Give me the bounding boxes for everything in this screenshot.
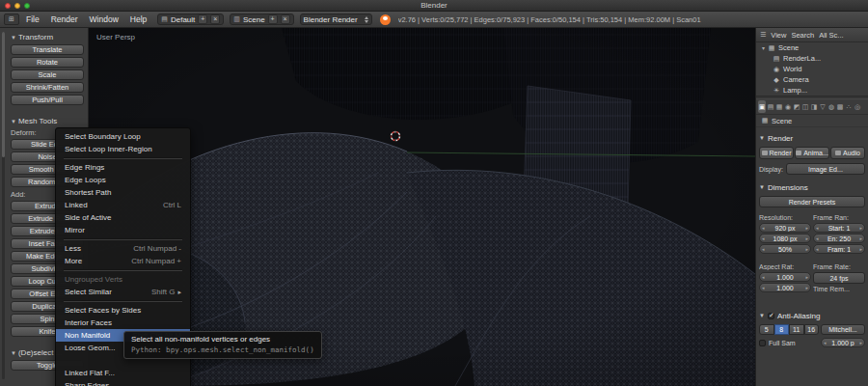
menu-item-label: Select Loop Inner-Region: [65, 145, 152, 153]
aa-filter-dropdown[interactable]: Mitchell...: [821, 324, 865, 335]
dropdown-value: 24 fps: [829, 275, 848, 282]
button-label: Audio: [843, 150, 860, 156]
aa-samples-11-button[interactable]: 11: [789, 324, 804, 335]
outliner-item-renderlayers[interactable]: ▤ RenderLa...: [756, 53, 868, 64]
render-animation-button[interactable]: Anima...: [795, 147, 829, 159]
frame-step-field[interactable]: Fram: 1: [813, 244, 865, 254]
outliner-item-camera[interactable]: ◆ Camera: [756, 74, 868, 85]
aa-samples-5-button[interactable]: 5: [759, 324, 774, 335]
menu-item-label: Select Boundary Loop: [65, 132, 141, 141]
frame-end-field[interactable]: En: 250: [813, 234, 865, 243]
menu-item-linked-flat-faces[interactable]: Linked Flat F...: [56, 367, 190, 379]
menu-item-edge-loops[interactable]: Edge Loops: [56, 174, 190, 186]
delete-scene-button[interactable]: ×: [281, 14, 290, 24]
menu-render[interactable]: Render: [46, 14, 83, 24]
menu-item-interior-faces[interactable]: Interior Faces: [56, 317, 190, 329]
outliner-display-mode[interactable]: All Sc...: [819, 31, 843, 40]
rotate-button[interactable]: Rotate: [11, 57, 84, 68]
display-mode-dropdown[interactable]: Image Ed...: [786, 163, 865, 175]
panel-header-dimensions[interactable]: ▼Dimensions: [759, 181, 865, 193]
outliner-menu-search[interactable]: Search: [791, 31, 814, 40]
minimize-button[interactable]: [14, 3, 20, 9]
layout-selector[interactable]: ▤ Default + ×: [157, 14, 224, 25]
menu-help[interactable]: Help: [125, 14, 151, 24]
panel-title: Dimensions: [768, 183, 808, 192]
panel-header-mesh-tools[interactable]: ▼Mesh Tools: [11, 117, 84, 125]
outliner-item-lamp[interactable]: ☀ Lamp...: [756, 85, 868, 96]
menu-separator: [64, 269, 182, 271]
menu-item-select-boundary-loop[interactable]: Select Boundary Loop: [56, 130, 190, 143]
properties-tab-material-icon[interactable]: ◍: [827, 100, 835, 113]
properties-tab-object-icon[interactable]: ◩: [793, 100, 800, 113]
menu-file[interactable]: File: [21, 14, 44, 24]
properties-tab-render-layers-icon[interactable]: ▤: [767, 100, 774, 113]
menu-item-label: Mirror: [65, 226, 85, 234]
panel-title: Mesh Tools: [18, 117, 57, 125]
render-button[interactable]: Render: [759, 147, 794, 159]
shrink-fatten-button[interactable]: Shrink/Fatten: [11, 82, 84, 93]
aspect-y-field[interactable]: 1.000: [759, 283, 811, 292]
resolution-percentage-field[interactable]: 50%: [759, 244, 811, 254]
expand-icon[interactable]: ▾: [762, 44, 765, 51]
add-layout-button[interactable]: +: [198, 14, 207, 24]
panel-header-render[interactable]: ▼Render: [759, 132, 865, 144]
menu-item-sharp-edges[interactable]: Sharp Edges: [56, 379, 190, 386]
add-scene-button[interactable]: +: [268, 14, 278, 24]
fps-dropdown[interactable]: 24 fps: [813, 272, 865, 284]
render-presets-dropdown[interactable]: Render Presets: [759, 196, 865, 207]
render-audio-button[interactable]: Audio: [830, 147, 865, 159]
full-sample-checkbox[interactable]: [759, 340, 766, 346]
delete-layout-button[interactable]: ×: [210, 14, 220, 24]
properties-tab-physics-icon[interactable]: ◎: [854, 100, 861, 113]
panel-header-transform[interactable]: ▼Transform: [11, 33, 84, 41]
properties-tab-data-icon[interactable]: ▽: [819, 100, 827, 113]
aspect-x-field[interactable]: 1.000: [759, 272, 811, 282]
close-button[interactable]: [5, 3, 11, 9]
panel-title: Anti-Aliasing: [777, 312, 820, 320]
menu-window[interactable]: Window: [85, 14, 123, 24]
properties-tab-scene-icon[interactable]: ▦: [775, 100, 783, 113]
render-engine-selector[interactable]: Blender Render: [300, 14, 372, 25]
menu-item-less[interactable]: LessCtrl Numpad -: [56, 242, 190, 255]
outliner-editor-icon[interactable]: ☰: [760, 31, 766, 39]
properties-tabs: ▣ ▤ ▦ ◉ ◩ ◫ ◨ ▽ ◍ ▩ ∴ ◎: [756, 99, 868, 115]
properties-tab-particles-icon[interactable]: ∴: [845, 100, 853, 113]
tooltip: Select all non-manifold vertices or edge…: [123, 331, 322, 359]
properties-tab-render-icon[interactable]: ▣: [758, 100, 766, 113]
menu-item-mirror[interactable]: Mirror: [56, 224, 190, 236]
scale-button[interactable]: Scale: [11, 69, 84, 80]
menu-item-select-loop-inner-region[interactable]: Select Loop Inner-Region: [56, 143, 190, 155]
properties-tab-constraints-icon[interactable]: ◫: [801, 100, 809, 113]
properties-tab-world-icon[interactable]: ◉: [784, 100, 792, 113]
panel-header-anti-aliasing[interactable]: ▼ Anti-Aliasing: [759, 310, 865, 321]
editor-type-icon[interactable]: ⊞: [4, 14, 19, 25]
tool-shelf-scrollbar[interactable]: [2, 32, 5, 379]
properties-tab-texture-icon[interactable]: ▩: [836, 100, 844, 113]
anti-aliasing-checkbox[interactable]: [768, 313, 774, 319]
menu-item-select-faces-by-sides[interactable]: Select Faces by Sides: [56, 304, 190, 317]
outliner-item-world[interactable]: ◉ World: [756, 64, 868, 74]
menu-item-select-similar[interactable]: Select SimilarShift G▸: [56, 286, 190, 298]
aa-samples-16-button[interactable]: 16: [804, 324, 820, 335]
push-pull-button[interactable]: Push/Pull: [11, 95, 84, 105]
properties-tab-modifiers-icon[interactable]: ◨: [810, 100, 818, 113]
outliner-item-scene[interactable]: ▾ ▦ Scene: [756, 42, 868, 53]
zoom-button[interactable]: [24, 3, 30, 9]
menu-item-shortcut: Ctrl Numpad -: [125, 244, 181, 253]
frame-start-field[interactable]: Start: 1: [813, 223, 865, 233]
browse-layout-icon: ▤: [161, 15, 168, 23]
menu-item-label: Loose Geom...: [65, 344, 115, 352]
filter-size-field[interactable]: 1.000 p: [821, 338, 865, 347]
resolution-x-field[interactable]: 920 px: [759, 223, 811, 233]
scene-selector[interactable]: ▥ Scene + ×: [230, 14, 293, 25]
menu-item-side-of-active[interactable]: Side of Active: [56, 211, 190, 224]
time-remapping-label: Time Rem...: [813, 286, 865, 292]
menu-item-more[interactable]: MoreCtrl Numpad +: [56, 255, 190, 267]
resolution-y-field[interactable]: 1080 px: [759, 234, 811, 243]
menu-item-shortest-path[interactable]: Shortest Path: [56, 186, 190, 199]
menu-item-edge-rings[interactable]: Edge Rings: [56, 161, 190, 174]
aa-samples-8-button[interactable]: 8: [774, 324, 790, 335]
menu-item-linked[interactable]: LinkedCtrl L: [56, 199, 190, 211]
translate-button[interactable]: Translate: [11, 44, 84, 55]
outliner-menu-view[interactable]: View: [771, 31, 786, 40]
